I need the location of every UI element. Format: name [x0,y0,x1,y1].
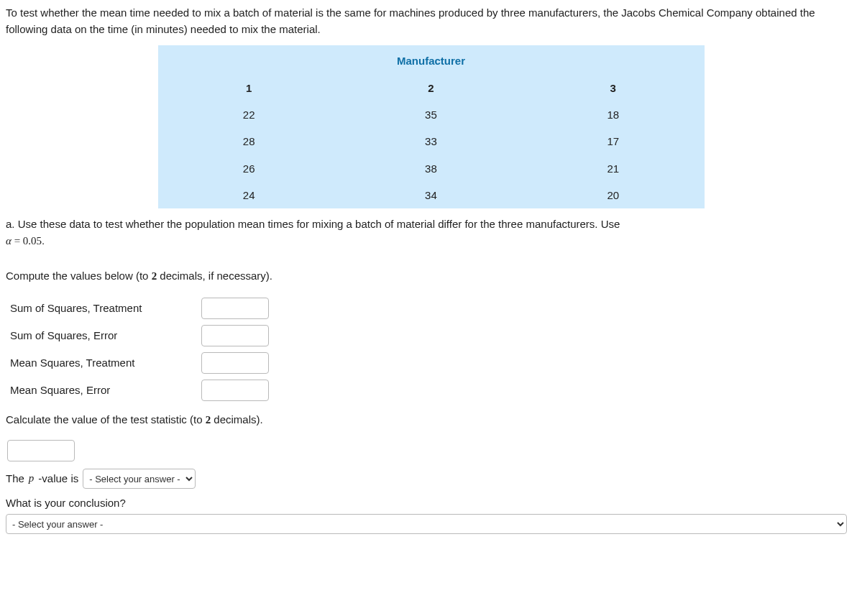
data-table-wrap: Manufacturer 1 2 3 22 35 18 28 33 17 26 … [6,45,856,209]
compute-instruction: Compute the values below (to 2 decimals,… [6,267,856,285]
pval-prefix: The [6,470,24,487]
table-header-row: 1 2 3 [158,75,705,101]
cell: 18 [522,101,704,128]
qa-prefix: a. [6,218,15,230]
label-sse: Sum of Squares, Error [6,327,201,344]
manufacturer-table: Manufacturer 1 2 3 22 35 18 28 33 17 26 … [158,45,705,209]
calc-suffix: decimals). [211,413,263,426]
cell: 34 [340,182,522,208]
cell: 33 [340,128,522,155]
col-header-2: 2 [340,75,522,101]
alpha-eq: = [12,235,23,247]
cell: 35 [340,101,522,128]
calc-instruction: Calculate the value of the test statisti… [6,411,856,428]
label-sst: Sum of Squares, Treatment [6,300,201,316]
alpha-symbol: α [6,235,12,247]
cell: 22 [158,101,340,128]
cell: 24 [158,182,340,208]
cell: 28 [158,128,340,155]
select-pvalue[interactable]: - Select your answer - [83,469,196,489]
cell: 38 [340,155,522,182]
col-header-3: 3 [522,75,704,101]
compute-suffix: decimals, if necessary). [157,270,272,282]
input-mse[interactable] [201,380,269,401]
question-a: a. Use these data to test whether the po… [6,216,856,250]
table-title: Manufacturer [158,45,705,75]
table-row: 26 38 21 [158,155,705,182]
label-mse: Mean Squares, Error [6,382,201,398]
period: . [42,234,45,247]
col-header-1: 1 [158,75,340,101]
conclusion-question: What is your conclusion? [6,495,856,511]
table-row: 22 35 18 [158,101,705,128]
label-mst: Mean Squares, Treatment [6,354,201,371]
input-mst[interactable] [201,352,269,374]
alpha-val: 0.05 [23,235,42,247]
pval-suffix: -value is [38,470,78,487]
input-test-statistic[interactable] [7,440,75,461]
input-sst[interactable] [201,298,269,319]
table-row: 28 33 17 [158,128,705,155]
input-sse[interactable] [201,325,269,346]
cell: 21 [522,155,704,182]
intro-text: To test whether the mean time needed to … [6,4,856,38]
select-conclusion[interactable]: - Select your answer - [6,514,847,534]
cell: 20 [522,182,704,208]
compute-prefix: Compute the values below (to [6,270,152,282]
cell: 26 [158,155,340,182]
calc-prefix: Calculate the value of the test statisti… [6,413,206,426]
table-row: 24 34 20 [158,182,705,208]
compute-two: 2 [152,270,157,282]
cell: 17 [522,128,704,155]
qa-text: Use these data to test whether the popul… [15,218,620,230]
pval-p: p [29,470,35,487]
